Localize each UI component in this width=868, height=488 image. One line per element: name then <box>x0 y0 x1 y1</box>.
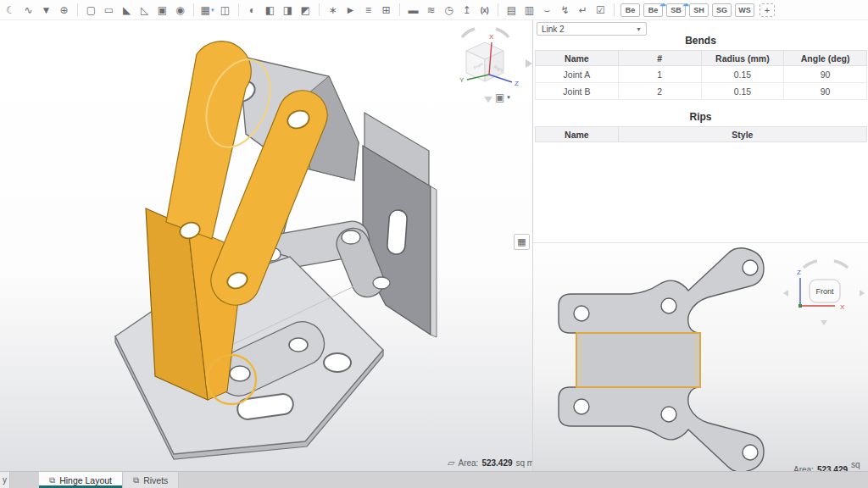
checkbox-task-icon[interactable]: ☑ <box>593 3 608 17</box>
rips-table-title: Rips <box>533 111 868 123</box>
fold-corner-icon[interactable]: ◩ <box>298 3 313 17</box>
column-header: # <box>618 51 701 66</box>
view-orientation-front[interactable]: Front Z X <box>783 261 865 325</box>
finish-tool-icon[interactable]: ∗ <box>326 3 340 17</box>
notebook-icon[interactable]: ▤ <box>504 3 519 17</box>
document-tab-bar: y ⧉Hinge Layout⧉Rivets <box>0 471 868 488</box>
flat-pattern-part[interactable] <box>559 248 764 471</box>
column-header: Style <box>618 127 866 142</box>
pattern-grid-icon[interactable]: ▦▾ <box>200 3 214 17</box>
table-row[interactable]: Joint B20.1590 <box>536 83 867 100</box>
toolbar-divider <box>238 3 239 16</box>
part-selector-value: Link 2 <box>542 25 565 34</box>
app-window: ☾∿▼⊕▢▭◣◺▣◉▦▾◫◐◧◨◩∗►≡⊞▬≋◷↥(x)▤▥⌣↯↵☑BeBe☁S… <box>0 0 868 488</box>
table-cell: 90 <box>784 66 867 83</box>
tab-shortcut-sh[interactable]: SH <box>689 3 709 17</box>
area-status-3d: ▱ Area: 523.429 sq mm <box>448 458 542 469</box>
feature-toolbar: ☾∿▼⊕▢▭◣◺▣◉▦▾◫◐◧◨◩∗►≡⊞▬≋◷↥(x)▤▥⌣↯↵☑BeBe☁S… <box>0 0 868 20</box>
tab-label: Rivets <box>143 475 168 485</box>
flat-pattern-table-toggle-button[interactable]: ▦ <box>514 234 530 250</box>
fill-surface-icon[interactable]: ▬ <box>406 3 420 17</box>
variables-icon[interactable]: (x) <box>477 3 492 17</box>
panel-divider <box>532 19 533 471</box>
table-cell: 0.15 <box>701 66 784 83</box>
add-boss-icon[interactable]: ⊕ <box>57 3 71 17</box>
part-studio-icon: ⧉ <box>133 475 139 485</box>
part-studio-icon: ⧉ <box>49 475 55 485</box>
texture-waves-icon[interactable]: ≋ <box>424 3 438 17</box>
front-view-label: Front <box>815 287 834 296</box>
table-header-row: NameStyle <box>536 127 867 142</box>
partial-tab[interactable]: y <box>0 472 10 488</box>
column-header: Angle (deg) <box>784 51 867 66</box>
intersect-tool-icon[interactable]: ◨ <box>281 3 295 17</box>
sketch-profile-icon[interactable]: ▢ <box>84 3 98 17</box>
axis-y-label: Y <box>459 76 465 84</box>
tab-rivets[interactable]: ⧉Rivets <box>123 472 179 488</box>
flat-pattern-drawing[interactable]: Front Z X <box>532 242 868 471</box>
table-cell: 0.15 <box>701 83 784 100</box>
open-book-icon[interactable]: ⌣ <box>540 3 554 17</box>
tab-label: Hinge Layout <box>59 475 112 485</box>
toolbar-divider <box>193 3 194 16</box>
wedge-icon[interactable]: ◣ <box>120 3 134 17</box>
bend-tool-icon[interactable]: ∿ <box>21 3 36 17</box>
corner-return-icon[interactable]: ↵ <box>576 3 590 17</box>
flat-pattern-panel: Link 2 ▼ Bends Name#Radius (mm)Angle (de… <box>533 20 868 242</box>
corner-wedge-icon[interactable]: ◺ <box>137 3 152 17</box>
cloud-badge-icon: ☁ <box>682 0 689 8</box>
page-turn-icon[interactable]: ▥ <box>522 3 537 17</box>
split-tool-icon[interactable]: ◧ <box>263 3 277 17</box>
column-header: Name <box>536 51 619 66</box>
column-header: Name <box>536 127 619 142</box>
cone-punch-icon[interactable]: ▼ <box>39 3 53 17</box>
toolbar-divider <box>614 3 615 16</box>
zigzag-route-icon[interactable]: ↯ <box>558 3 572 17</box>
bends-table-title: Bends <box>533 35 868 47</box>
toolbar-divider <box>77 3 78 16</box>
cloud-badge-icon: ☁ <box>659 0 666 8</box>
frame-tool-icon[interactable]: ⊞ <box>379 3 393 17</box>
table-row[interactable]: Joint A10.1590 <box>536 66 867 83</box>
table-cell: Joint A <box>536 66 619 83</box>
table-cell: Joint B <box>536 83 619 100</box>
gray-right-wall[interactable] <box>363 113 437 337</box>
part-selector-dropdown[interactable]: Link 2 ▼ <box>537 22 647 36</box>
direct-edit-icon[interactable]: ► <box>343 3 358 17</box>
axis-x-label: X <box>489 33 494 41</box>
chevron-down-icon: ▼ <box>636 26 642 32</box>
chevron-down-icon: ▾ <box>211 7 214 14</box>
mirror-copy-icon[interactable]: ◫ <box>218 3 232 17</box>
bends-table: Name#Radius (mm)Angle (deg)Joint A10.159… <box>535 50 867 100</box>
view-cube-menu-button[interactable]: ▣ ▾ <box>495 90 524 105</box>
history-clock-icon[interactable]: ◷ <box>442 3 456 17</box>
tab-shortcut-sb[interactable]: SB☁ <box>666 3 686 17</box>
panel-icon[interactable]: ▣ <box>155 3 170 17</box>
toolbar-divider <box>319 3 320 16</box>
table-cell: 1 <box>618 66 701 83</box>
add-tab-button[interactable]: + <box>760 3 775 17</box>
tab-shortcut-ws[interactable]: WS <box>735 3 754 17</box>
toolbar-divider <box>498 3 498 16</box>
table-header-row: Name#Radius (mm)Angle (deg) <box>536 51 867 66</box>
tab-shortcut-be[interactable]: Be <box>620 3 640 17</box>
rips-table: NameStyle <box>535 126 867 142</box>
tab-hinge-layout[interactable]: ⧉Hinge Layout <box>39 472 123 488</box>
chevron-down-icon: ▾ <box>507 94 510 101</box>
area-measure-icon: ▱ <box>448 458 454 469</box>
table-cell: 90 <box>784 83 867 100</box>
boolean-union-icon[interactable]: ◐ <box>245 3 259 17</box>
table-cell: 2 <box>618 83 701 100</box>
layers-icon[interactable]: ≡ <box>361 3 376 17</box>
table-grid-icon: ▦ <box>517 236 526 247</box>
tab-shortcut-be[interactable]: Be☁ <box>643 3 663 17</box>
flange-tool-icon[interactable]: ☾ <box>3 3 18 17</box>
axis-x-label: X <box>840 303 845 311</box>
axis-z-label: Z <box>797 269 801 276</box>
cube-icon: ▣ <box>495 92 504 103</box>
tab-shortcut-sg[interactable]: SG <box>712 3 732 17</box>
rect-profile-icon[interactable]: ▭ <box>102 3 116 17</box>
area-value: 523.429 <box>481 458 512 468</box>
export-up-icon[interactable]: ↥ <box>459 3 474 17</box>
hole-tool-icon[interactable]: ◉ <box>173 3 187 17</box>
